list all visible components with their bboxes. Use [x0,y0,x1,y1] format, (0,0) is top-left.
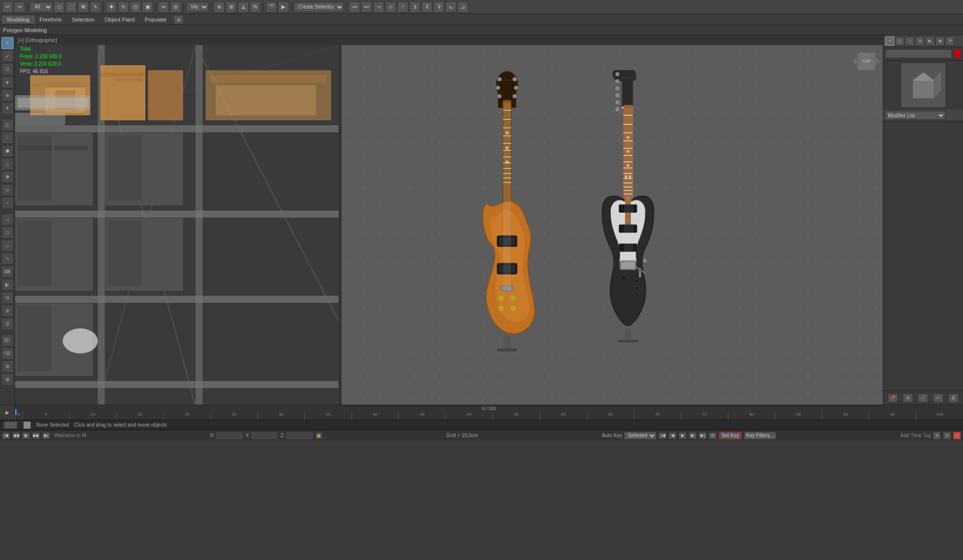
align-btn[interactable]: ⊟ [170,2,181,13]
mod-toggle-btn[interactable]: ✓ [918,394,928,403]
extras-btn8[interactable]: ⊽ [433,2,444,13]
menu-object-paint[interactable]: Object Paint [100,16,140,24]
extras-btn2[interactable]: ⊷ [361,2,372,13]
tool-btn-6[interactable]: ✦ [2,102,14,114]
tool-btn-20[interactable]: ⊟ [2,292,14,304]
pivot-btn[interactable]: ⊕ [214,2,225,13]
rotate-btn[interactable]: ↻ [118,2,129,13]
key-filters-btn[interactable]: Key Filters... [744,432,777,440]
extras-btn10[interactable]: ⊿ [457,2,468,13]
rp-icon-hierarchy[interactable]: ⊕ [915,37,924,46]
extras-btn7[interactable]: ⊼ [421,2,432,13]
frame-next-btn[interactable]: ▶▶ [32,432,40,439]
tool-btn-19[interactable]: ◧ [2,279,14,291]
undo-btn[interactable]: ↩ [2,2,13,13]
tool-btn-9[interactable]: ⬟ [2,145,14,157]
mod-delete-btn[interactable]: 🗑 [948,394,958,403]
go-start-btn[interactable]: |◀ [659,432,667,439]
viewport[interactable]: [+] [Orthographic] Total Polys: 3 200 68… [15,35,883,405]
x-input[interactable] [216,432,243,440]
tool-btn-22[interactable]: ☰ [2,318,14,330]
modifier-list-dropdown[interactable]: Modifier List [885,111,945,120]
mod-cut-btn[interactable]: ✂ [933,394,943,403]
angle-btn[interactable]: ∡ [238,2,249,13]
redo-btn[interactable]: ↪ [14,2,25,13]
status-icon2[interactable]: ⊙ [943,432,951,440]
menu-selection[interactable]: Selection [67,16,99,24]
lock-btn[interactable]: 🔒 [315,432,323,439]
tool-btn-23[interactable]: ⌦ [2,334,14,346]
select-move-btn[interactable]: ✛ [2,37,14,49]
status-icon-btn[interactable] [23,421,31,429]
tool-btn-16[interactable]: ⌂ [2,240,14,252]
tool-btn-17[interactable]: ∿ [2,253,14,265]
tool-btn-13[interactable]: ⌁ [2,197,14,209]
nav-cube[interactable]: TOP [853,48,880,75]
tool-btn-2[interactable]: ↙ [2,50,14,62]
extras-btn3[interactable]: ⊸ [373,2,384,13]
go-end-btn[interactable]: ▶| [699,432,707,439]
selected-dropdown[interactable]: Selected [624,432,657,440]
extras-btn6[interactable]: ⊻ [409,2,420,13]
render-btn[interactable]: ▶ [278,2,289,13]
paint-sel-btn[interactable]: ✎ [90,2,101,13]
loop-btn[interactable]: ⟳ [709,432,717,439]
key-next-btn[interactable]: ▶| [42,432,50,439]
next-frame-btn2[interactable]: ▶ [689,432,697,439]
scale-btn[interactable]: ⊡ [130,2,141,13]
tool-btn-18[interactable]: ⌨ [2,266,14,278]
lasso-btn[interactable]: ⌘ [78,2,89,13]
key-prev-btn[interactable]: |◀ [2,432,10,439]
view-dropdown[interactable]: View [186,2,209,12]
rp-icon-modify[interactable]: ⌁ [905,37,914,46]
extras-btn1[interactable]: ⊶ [349,2,360,13]
extras-btn4[interactable]: ⊹ [385,2,396,13]
mod-configure-btn[interactable]: ⊞ [903,394,913,403]
play-btn2[interactable]: ▶ [679,432,687,439]
extras-btn9[interactable]: ⊾ [445,2,456,13]
rp-icon-display[interactable]: ☀ [885,37,894,46]
tool-btn-11[interactable]: ✽ [2,171,14,183]
rp-icon-shapes[interactable]: ◫ [895,37,904,46]
create-selection-dropdown[interactable]: Create Selection [294,2,344,12]
tool-btn-5[interactable]: ⊕ [2,89,14,101]
mod-pin-btn[interactable]: 📌 [888,394,898,403]
tool-btn-3[interactable]: ⊡ [2,63,14,75]
tool-btn-14[interactable]: ◁ [2,214,14,226]
timeline-track[interactable]: 0 / 100 0 5 10 15 20 25 30 35 40 45 50 5… [15,405,963,420]
tool-btn-12[interactable]: ⊙ [2,184,14,196]
pct-btn[interactable]: % [250,2,261,13]
color-name-input[interactable] [885,49,952,58]
prev-frame-btn2[interactable]: ◀ [669,432,677,439]
snap-btn[interactable]: ⊞ [226,2,237,13]
y-input[interactable] [251,432,278,440]
mirror-btn[interactable]: ⇔ [158,2,169,13]
z-input[interactable] [286,432,313,440]
menu-modeling[interactable]: Modeling [2,16,35,24]
move-btn[interactable]: ✚ [106,2,117,13]
tool-btn-26[interactable]: ⊠ [2,374,14,386]
tool-btn-10[interactable]: △ [2,158,14,170]
menu-populate[interactable]: Populate [139,16,171,24]
tool-btn-8[interactable]: ○ [2,132,14,144]
tool-btn-25[interactable]: ⊞ [2,360,14,372]
select-obj-btn[interactable]: ◻ [54,2,65,13]
tool-btn-24[interactable]: ⌫ [2,347,14,359]
tool-btn-15[interactable]: ⬡ [2,227,14,239]
frame-prev-btn[interactable]: ◀◀ [12,432,20,439]
select-region-btn[interactable]: ⬚ [66,2,77,13]
all-dropdown[interactable]: All [30,2,53,12]
viewport-divider[interactable] [339,35,342,405]
render-setup-btn[interactable]: 🎬 [266,2,277,13]
extras-btn5[interactable]: ⊺ [397,2,408,13]
menu-freeform[interactable]: Freeform [35,16,67,24]
tool-btn-4[interactable]: ◈ [2,76,14,88]
menu-mode-btn[interactable]: ≡ [174,15,184,24]
color-swatch[interactable] [954,49,961,58]
status-icon1[interactable]: ⊕ [933,432,941,440]
set-key-btn[interactable]: Set Key [719,432,741,440]
rp-icon-display2[interactable]: ◉ [935,37,944,46]
rp-icon-motion[interactable]: ▶ [925,37,934,46]
tool-btn-21[interactable]: ⊕ [2,305,14,317]
timeline-playhead[interactable] [15,409,17,415]
